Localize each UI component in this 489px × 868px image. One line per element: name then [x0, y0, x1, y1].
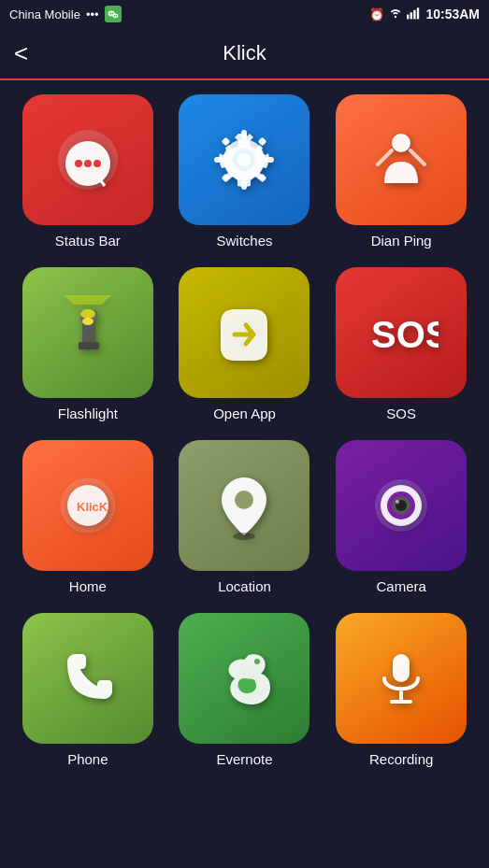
icon-label-dian-ping: Dian Ping — [371, 233, 432, 249]
icon-box-home: KlicK — [22, 440, 153, 571]
status-right: ⏰ 10:53AM — [369, 7, 480, 22]
svg-rect-8 — [410, 12, 412, 19]
grid-item-status-bar[interactable]: Status Bar — [19, 94, 157, 249]
svg-rect-20 — [241, 180, 247, 190]
icon-label-flashlight: Flashlight — [58, 406, 118, 421]
app-grid: Status Bar Switches Dian Ping — [0, 80, 489, 781]
svg-text:SOS: SOS — [371, 314, 439, 355]
grid-item-recording[interactable]: Recording — [332, 613, 470, 767]
svg-point-3 — [112, 13, 118, 18]
grid-item-switches[interactable]: Switches — [176, 94, 314, 249]
svg-point-1 — [109, 13, 111, 15]
grid-item-dian-ping[interactable]: Dian Ping — [332, 94, 470, 249]
alarm-icon: ⏰ — [369, 7, 384, 21]
icon-label-status-bar: Status Bar — [55, 233, 121, 249]
icon-box-status-bar — [22, 94, 153, 225]
svg-rect-49 — [393, 654, 410, 682]
svg-rect-10 — [417, 7, 419, 19]
svg-point-6 — [395, 15, 396, 17]
icon-box-evernote — [179, 613, 309, 744]
icon-box-phone — [22, 613, 153, 744]
icon-label-location: Location — [218, 578, 271, 594]
grid-item-evernote[interactable]: Evernote — [176, 613, 314, 767]
icon-label-switches: Switches — [216, 233, 272, 249]
icon-label-phone: Phone — [67, 751, 108, 767]
signal-icon — [407, 7, 422, 22]
svg-point-4 — [113, 15, 114, 16]
carrier-label: China Mobile — [9, 7, 80, 21]
grid-item-location[interactable]: Location — [176, 440, 314, 594]
icon-label-recording: Recording — [369, 751, 433, 767]
wechat-icon — [105, 6, 122, 22]
svg-point-48 — [254, 659, 260, 664]
svg-point-5 — [115, 15, 116, 16]
svg-point-47 — [396, 500, 399, 504]
svg-rect-21 — [214, 157, 223, 163]
grid-item-flashlight[interactable]: Flashlight — [19, 267, 157, 421]
svg-point-14 — [84, 160, 92, 167]
svg-rect-9 — [414, 9, 416, 19]
status-left: China Mobile ••• — [9, 6, 122, 22]
status-bar-system: China Mobile ••• ⏰ 10:53AM — [0, 0, 489, 28]
svg-rect-19 — [241, 130, 247, 139]
svg-rect-32 — [79, 342, 99, 349]
svg-point-34 — [80, 309, 95, 319]
svg-point-41 — [233, 533, 255, 540]
grid-item-home[interactable]: KlicK Home — [19, 440, 157, 594]
icon-box-location — [179, 440, 309, 571]
svg-line-29 — [410, 150, 424, 164]
icon-box-camera — [336, 440, 467, 571]
svg-marker-35 — [65, 295, 111, 305]
grid-item-phone[interactable]: Phone — [19, 613, 157, 767]
app-header: < Klick — [0, 28, 489, 80]
back-button[interactable]: < — [14, 39, 28, 68]
svg-point-13 — [75, 160, 82, 167]
icon-box-open-app — [179, 267, 309, 398]
icon-label-open-app: Open App — [213, 406, 276, 421]
icon-box-sos: SOS — [336, 267, 467, 398]
svg-rect-24 — [258, 137, 267, 147]
page-title: Klick — [223, 41, 266, 65]
svg-point-2 — [111, 13, 113, 15]
grid-item-camera[interactable]: Camera — [332, 440, 470, 594]
svg-point-33 — [82, 318, 93, 325]
svg-point-40 — [235, 491, 253, 509]
carrier-dots: ••• — [86, 7, 99, 21]
icon-label-camera: Camera — [376, 578, 425, 594]
svg-point-15 — [93, 160, 101, 167]
grid-item-sos[interactable]: SOS SOS — [332, 267, 470, 421]
svg-rect-22 — [265, 157, 274, 163]
icon-label-sos: SOS — [386, 406, 416, 421]
icon-label-evernote: Evernote — [216, 751, 272, 767]
icon-box-flashlight — [22, 267, 153, 398]
svg-rect-23 — [222, 137, 231, 147]
grid-item-open-app[interactable]: Open App — [176, 267, 314, 421]
icon-box-recording — [336, 613, 467, 744]
svg-text:KlicK: KlicK — [77, 500, 108, 514]
wifi-icon — [388, 7, 403, 22]
svg-point-27 — [392, 134, 410, 152]
icon-label-home: Home — [69, 578, 107, 594]
icon-box-dian-ping — [336, 94, 467, 225]
icon-box-switches — [179, 94, 309, 225]
svg-line-28 — [378, 150, 392, 164]
svg-rect-7 — [407, 14, 409, 19]
time-label: 10:53AM — [425, 7, 480, 21]
